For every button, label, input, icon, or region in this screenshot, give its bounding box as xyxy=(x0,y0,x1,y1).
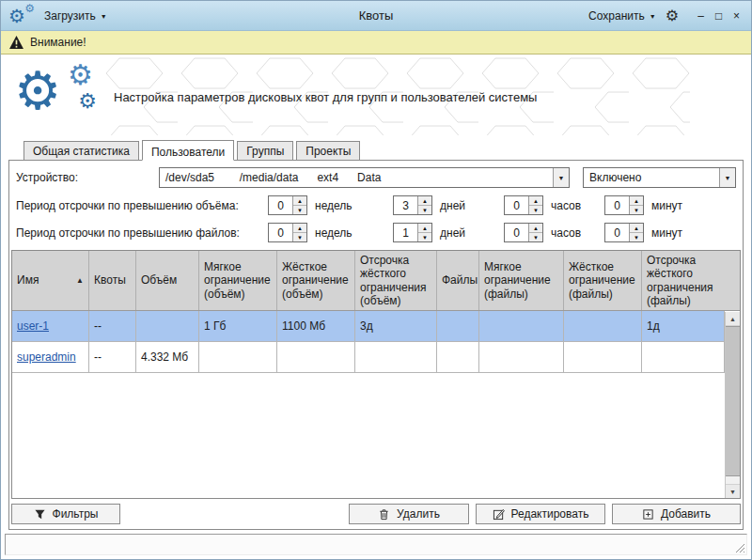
files-weeks-spinner[interactable]: 0 ▲▼ xyxy=(268,223,307,242)
spin-up-icon[interactable]: ▲ xyxy=(293,196,306,206)
spinner-value: 1 xyxy=(394,224,417,241)
load-menu-button[interactable]: Загрузить ▼ xyxy=(44,9,107,23)
volume-hours-spinner[interactable]: 0 ▲▼ xyxy=(504,195,543,215)
spin-down-icon[interactable]: ▼ xyxy=(630,233,643,241)
spin-down-icon[interactable]: ▼ xyxy=(418,233,431,241)
tab-bar: Общая статистика Пользователи Группы Про… xyxy=(1,139,751,160)
column-header-name[interactable]: Имя ▲ xyxy=(12,251,89,310)
status-bar xyxy=(5,534,747,555)
table-row[interactable]: superadmin -- 4.332 Мб xyxy=(12,342,725,373)
warning-icon xyxy=(9,36,24,49)
chevron-down-icon[interactable]: ▼ xyxy=(719,168,735,187)
load-menu-label: Загрузить xyxy=(44,9,96,23)
cell-soft-volume: 1 Гб xyxy=(199,311,277,341)
spin-down-icon[interactable]: ▼ xyxy=(529,206,542,214)
save-menu-label: Сохранить xyxy=(588,9,645,23)
cell-volume xyxy=(136,311,199,341)
users-tab-panel: Устройство: /dev/sda5 /media/data ext4 D… xyxy=(8,160,744,530)
table-row[interactable]: user-1 -- 1 Гб 1100 Мб 3д 1д xyxy=(12,311,725,342)
scroll-up-icon[interactable]: ▲ xyxy=(726,312,740,326)
quota-status-select[interactable]: Включено ▼ xyxy=(583,167,736,188)
column-header-soft-files[interactable]: Мягкое ограничение (файлы) xyxy=(479,251,564,310)
column-header-soft-volume[interactable]: Мягкое ограничение (объём) xyxy=(199,251,277,310)
scrollbar-track[interactable] xyxy=(726,476,740,484)
column-header-files[interactable]: Файлы xyxy=(437,251,479,310)
cell-hard-volume xyxy=(277,342,355,372)
chevron-down-icon[interactable]: ▼ xyxy=(553,168,569,187)
spin-down-icon[interactable]: ▼ xyxy=(293,206,306,214)
warning-bar: Внимание! xyxy=(1,31,751,54)
spin-up-icon[interactable]: ▲ xyxy=(293,224,306,233)
days-unit-label: дней xyxy=(440,226,504,240)
device-select[interactable]: /dev/sda5 /media/data ext4 Data ▼ xyxy=(159,167,570,188)
volume-weeks-spinner[interactable]: 0 ▲▼ xyxy=(268,195,307,215)
app-logo-icon: ⚙ ⚙ xyxy=(8,4,35,28)
chevron-down-icon: ▼ xyxy=(650,13,656,20)
user-link[interactable]: user-1 xyxy=(17,319,49,333)
tab-projects[interactable]: Проекты xyxy=(296,141,360,160)
cell-grace-files: 1д xyxy=(642,311,725,341)
spinner-value: 0 xyxy=(269,224,292,241)
tab-users[interactable]: Пользователи xyxy=(142,140,234,161)
settings-gear-icon[interactable]: ⚙ xyxy=(666,8,679,23)
cell-hard-volume: 1100 Мб xyxy=(277,311,355,341)
filters-button[interactable]: Фильтры xyxy=(11,504,120,524)
gear-icon: ⚙ xyxy=(68,61,93,89)
sort-ascending-icon: ▲ xyxy=(76,277,84,285)
grace-files-row: Период отсрочки по превышению файлов: 0 … xyxy=(11,223,741,242)
files-minutes-spinner[interactable]: 0 ▲▼ xyxy=(604,223,644,242)
spin-up-icon[interactable]: ▲ xyxy=(418,196,431,206)
save-menu-button[interactable]: Сохранить ▼ xyxy=(588,9,656,23)
spin-down-icon[interactable]: ▼ xyxy=(293,233,306,241)
tab-groups[interactable]: Группы xyxy=(237,141,293,160)
cell-soft-files xyxy=(479,342,564,372)
spin-up-icon[interactable]: ▲ xyxy=(529,196,542,206)
column-header-volume[interactable]: Объём xyxy=(136,251,199,310)
page-header: ⚙ ⚙ ⚙ Настройка параметров дисковых квот… xyxy=(1,54,751,139)
cell-soft-volume xyxy=(199,342,277,372)
user-link[interactable]: superadmin xyxy=(17,350,76,364)
files-days-spinner[interactable]: 1 ▲▼ xyxy=(393,223,432,242)
gear-icon: ⚙ xyxy=(78,91,97,112)
weeks-unit-label: недель xyxy=(315,199,393,212)
vertical-scrollbar[interactable]: ▲ ▼ xyxy=(725,312,740,498)
column-header-hard-volume[interactable]: Жёсткое ограничение (объём) xyxy=(277,251,355,310)
spinner-value: 0 xyxy=(605,224,629,241)
spinner-value: 3 xyxy=(394,196,417,214)
spin-up-icon[interactable]: ▲ xyxy=(529,224,542,233)
column-header-grace-files[interactable]: Отсрочка жёсткого ограничения (файлы) xyxy=(642,251,740,310)
minimize-button[interactable]: – xyxy=(694,10,708,22)
column-header-quotas[interactable]: Квоты xyxy=(89,251,136,310)
spin-down-icon[interactable]: ▼ xyxy=(529,233,542,241)
scroll-down-icon[interactable]: ▼ xyxy=(726,484,740,498)
files-hours-spinner[interactable]: 0 ▲▼ xyxy=(504,223,543,242)
device-label: Устройство: xyxy=(16,171,159,184)
spin-down-icon[interactable]: ▼ xyxy=(418,206,431,214)
filter-funnel-icon xyxy=(34,508,46,521)
spinner-value: 0 xyxy=(605,196,629,214)
spin-down-icon[interactable]: ▼ xyxy=(630,206,643,214)
resize-grip[interactable] xyxy=(734,542,745,553)
add-button[interactable]: Добавить xyxy=(612,504,741,524)
spin-up-icon[interactable]: ▲ xyxy=(630,196,643,206)
titlebar-right: Сохранить ▼ ⚙ – □ × xyxy=(393,8,744,23)
add-plus-icon xyxy=(642,508,654,521)
gear-icon: ⚙ xyxy=(24,3,35,14)
warning-text: Внимание! xyxy=(30,36,86,49)
column-header-hard-files[interactable]: Жёсткое ограничение (файлы) xyxy=(564,251,642,310)
column-header-grace-volume[interactable]: Отсрочка жёсткого ограничения (объём) xyxy=(355,251,437,310)
spin-up-icon[interactable]: ▲ xyxy=(630,224,643,233)
window-title: Квоты xyxy=(359,8,394,23)
close-button[interactable]: × xyxy=(729,10,744,22)
weeks-unit-label: недель xyxy=(315,226,393,240)
tab-general-stats[interactable]: Общая статистика xyxy=(24,141,139,160)
volume-minutes-spinner[interactable]: 0 ▲▼ xyxy=(604,195,644,215)
volume-days-spinner[interactable]: 3 ▲▼ xyxy=(393,195,432,215)
delete-button[interactable]: Удалить xyxy=(349,504,469,524)
maximize-button[interactable]: □ xyxy=(712,10,726,22)
delete-button-label: Удалить xyxy=(397,507,440,521)
spin-up-icon[interactable]: ▲ xyxy=(418,224,431,233)
scrollbar-thumb[interactable] xyxy=(726,326,740,476)
edit-button[interactable]: Редактировать xyxy=(476,504,605,524)
minutes-unit-label: минут xyxy=(651,226,682,240)
